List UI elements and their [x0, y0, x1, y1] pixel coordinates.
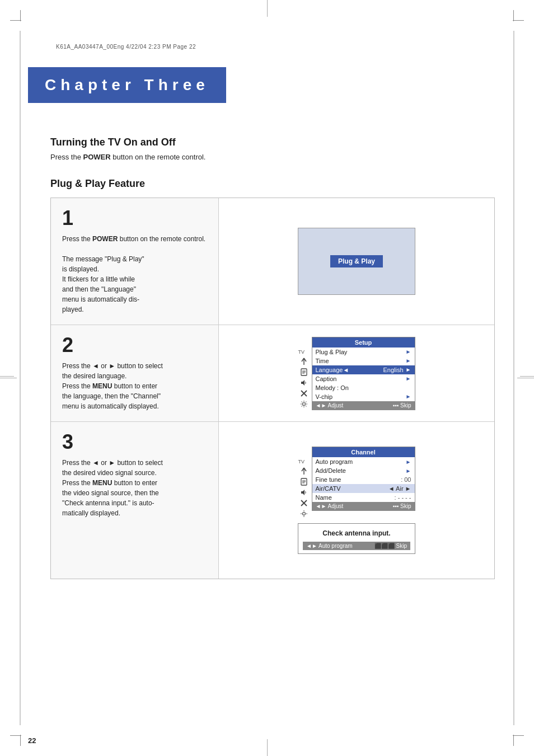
crop-mark	[10, 735, 21, 736]
chapter-header: Chapter Three	[28, 62, 506, 120]
step-1-left: 1 Press the POWER button on the remote c…	[51, 198, 219, 325]
svg-point-10	[302, 402, 305, 405]
setup-menu-box: Setup Plug & Play ► Time ► Language◄ Eng…	[312, 337, 415, 410]
left-border	[20, 31, 21, 725]
step-3-right: TV	[219, 422, 494, 579]
crop-mark	[513, 20, 524, 21]
svg-marker-7	[301, 380, 305, 386]
svg-marker-18	[301, 490, 305, 495]
icon-gear-3	[298, 509, 310, 519]
right-border	[513, 31, 514, 725]
icon-gear	[298, 399, 310, 409]
icon-speaker-3	[298, 487, 310, 497]
step-3-text: Press the ◄ or ► button to select the de…	[62, 458, 207, 518]
step-2-left: 2 Press the ◄ or ► button to select the …	[51, 325, 219, 421]
footer-skip: ▪▪▪ Skip	[393, 402, 411, 408]
plug-play-screen: Plug & Play	[298, 228, 415, 295]
step-3-number: 3	[62, 432, 207, 452]
icon-antenna-3	[298, 466, 310, 476]
section1-title: Turning the TV On and Off	[50, 137, 506, 148]
step-1-row: 1 Press the POWER button on the remote c…	[51, 198, 494, 325]
menu-plug-play: Plug & Play ►	[312, 348, 415, 356]
setup-menu-header: Setup	[312, 337, 415, 348]
chapter-title: Chapter Three	[45, 76, 209, 93]
tv-label-3: TV	[298, 459, 310, 464]
menu-language: Language◄ English ►	[312, 365, 415, 374]
antenna-footer-right: ⬛⬛⬛ Skip	[374, 543, 407, 549]
icon-doc	[298, 367, 310, 377]
step-1-text: Press the POWER button on the remote con…	[62, 234, 207, 314]
plug-play-label: Plug & Play	[330, 255, 383, 267]
crosshair-top	[267, 0, 268, 17]
step-1-number: 1	[62, 208, 207, 228]
crop-mark	[10, 20, 21, 21]
menu-name: Name : - - - -	[312, 493, 415, 502]
header-meta: K61A_AA03447A_00Eng 4/22/04 2:23 PM Page…	[56, 44, 196, 50]
channel-menu-wrapper: TV	[298, 447, 415, 519]
antenna-footer: ◄► Auto program ⬛⬛⬛ Skip	[303, 542, 410, 550]
tv-icons-col: TV	[298, 349, 310, 409]
crop-mark	[513, 735, 524, 736]
antenna-check-box: Check antenna input. ◄► Auto program ⬛⬛⬛…	[298, 523, 415, 554]
menu-aircatv: Air/CATV ◄ Air ►	[312, 484, 415, 493]
footer-adjust: ◄► Adjust	[316, 402, 344, 408]
power-bold: POWER	[83, 153, 111, 161]
section1: Turning the TV On and Off Press the POWE…	[50, 137, 506, 161]
section2-title: Plug & Play Feature	[50, 178, 506, 190]
aircatv-arrows: ◄ Air ►	[388, 485, 411, 492]
antenna-check-text: Check antenna input.	[303, 529, 410, 537]
menu-vchip: V-chip ►	[312, 392, 415, 401]
setup-menu-footer: ◄► Adjust ▪▪▪ Skip	[312, 401, 415, 410]
page-number: 22	[28, 736, 36, 745]
menu-auto-prog: Auto program ►	[312, 457, 415, 466]
crosshair-right	[517, 378, 534, 378]
channel-menu-box: Channel Auto program ► Add/Delete ► Fine…	[312, 447, 415, 511]
tv-icons-col-3: TV	[298, 459, 310, 519]
crosshair-left	[0, 378, 17, 378]
step-3-panels: TV	[298, 447, 415, 554]
antenna-footer-left: ◄► Auto program	[306, 543, 353, 549]
svg-point-21	[302, 513, 305, 515]
step-2-number: 2	[62, 335, 207, 355]
channel-menu-footer: ◄► Adjust ▪▪▪ Skip	[312, 502, 415, 510]
icon-antenna	[298, 356, 310, 367]
icon-x-3	[298, 498, 310, 508]
setup-menu-wrapper: TV	[298, 337, 415, 410]
step-1-right: Plug & Play	[219, 198, 494, 325]
footer-adjust-3: ◄► Adjust	[316, 503, 344, 509]
step-3-left: 3 Press the ◄ or ► button to select the …	[51, 422, 219, 579]
mid-crosshair-left	[0, 376, 14, 377]
step-2-text: Press the ◄ or ► button to select the de…	[62, 361, 207, 411]
icon-doc-3	[298, 477, 310, 487]
crop-mark	[513, 10, 514, 21]
channel-menu-header: Channel	[312, 447, 415, 457]
tv-label-2: TV	[298, 349, 310, 355]
footer-skip-3: ▪▪▪ Skip	[393, 503, 411, 509]
section1-body: Press the POWER button on the remote con…	[50, 153, 506, 161]
page-content: K61A_AA03447A_00Eng 4/22/04 2:23 PM Page…	[28, 34, 506, 722]
menu-melody: Melody : On	[312, 383, 415, 392]
menu-add-delete: Add/Delete ►	[312, 466, 415, 475]
chapter-box: Chapter Three	[28, 67, 226, 103]
crop-mark	[20, 10, 21, 21]
menu-fine-tune: Fine tune : 00	[312, 475, 415, 484]
icon-speaker	[298, 378, 310, 388]
crop-mark	[513, 735, 514, 746]
step-2-row: 2 Press the ◄ or ► button to select the …	[51, 325, 494, 422]
crosshair-bottom	[267, 739, 268, 756]
icon-x	[298, 388, 310, 398]
menu-caption: Caption ►	[312, 374, 415, 383]
crop-mark	[20, 735, 21, 746]
steps-container: 1 Press the POWER button on the remote c…	[50, 198, 495, 579]
mid-crosshair-right	[520, 376, 534, 377]
step-3-row: 3 Press the ◄ or ► button to select the …	[51, 422, 494, 579]
step-2-right: TV	[219, 325, 494, 421]
section2: Plug & Play Feature	[50, 178, 506, 190]
menu-time: Time ►	[312, 356, 415, 365]
